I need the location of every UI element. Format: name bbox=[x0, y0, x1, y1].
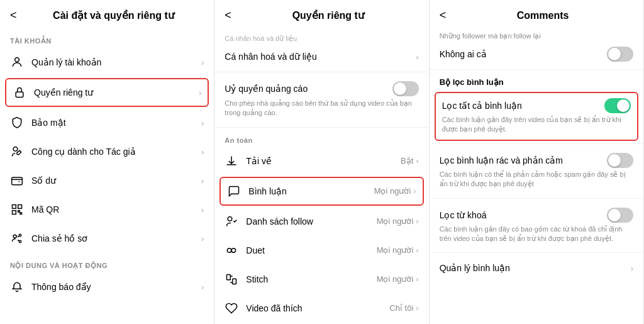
filter-all-toggle[interactable] bbox=[604, 98, 631, 113]
filter-spam-knob bbox=[608, 154, 621, 167]
menu-item-ma-qr[interactable]: Mã QR › bbox=[0, 195, 214, 224]
svg-point-2 bbox=[13, 147, 18, 152]
person-share-icon bbox=[10, 232, 24, 245]
duet-icon bbox=[225, 243, 238, 257]
section-tai-khoan: TÀI KHOẢN bbox=[0, 28, 214, 48]
section-noi-dung: NỘI DUNG VÀ HOẠT ĐỘNG bbox=[0, 253, 214, 272]
menu-label-tai-ve: Tải về bbox=[246, 156, 401, 166]
divider-3 bbox=[430, 69, 643, 70]
menu-item-bao-mat[interactable]: Bảo mật › bbox=[0, 108, 214, 137]
chevron-binh-luan: › bbox=[413, 186, 416, 196]
filter-keyword-row: Lọc từ khoá Các bình luận gần đây có bao… bbox=[430, 201, 643, 250]
svg-point-14 bbox=[231, 248, 236, 252]
filter-keyword-knob bbox=[608, 209, 621, 221]
menu-label-quyen-rieng-tu: Quyền riêng tư bbox=[34, 87, 199, 98]
menu-item-cong-cu[interactable]: Công cụ dành cho Tác giả › bbox=[0, 137, 214, 166]
menu-item-duet[interactable]: Duet Mọi người › bbox=[214, 236, 428, 265]
chevron-danh-sach: › bbox=[416, 216, 418, 226]
menu-item-chia-se[interactable]: Chia sẻ hồ sơ › bbox=[0, 224, 214, 253]
chevron-manage: › bbox=[631, 264, 633, 273]
divider-4 bbox=[430, 143, 643, 144]
menu-label-stitch: Stitch bbox=[246, 274, 376, 284]
menu-label-binh-luan: Bình luận bbox=[248, 186, 374, 196]
menu-item-video-thich[interactable]: Video đã thích Chỉ tôi › bbox=[214, 294, 428, 323]
menu-item-danh-sach[interactable]: Danh sách follow Mọi người › bbox=[214, 207, 428, 236]
no-one-toggle[interactable] bbox=[607, 47, 633, 62]
filter-keyword-header: Lọc từ khoá bbox=[440, 208, 633, 223]
menu-label-cong-cu: Công cụ dành cho Tác giả bbox=[31, 147, 201, 157]
ad-toggle[interactable] bbox=[392, 81, 419, 96]
tai-ve-value: Bật bbox=[401, 156, 413, 165]
no-one-toggle-knob bbox=[608, 48, 621, 60]
svg-point-0 bbox=[15, 58, 19, 62]
menu-item-manage-comments[interactable]: Quản lý bình luận › bbox=[430, 255, 643, 281]
menu-item-stitch[interactable]: Stitch Mọi người › bbox=[214, 265, 428, 294]
panel1-header: < Cài đặt và quyền riêng tư bbox=[0, 0, 214, 28]
svg-rect-1 bbox=[16, 92, 23, 97]
svg-rect-4 bbox=[13, 205, 16, 209]
menu-item-thong-bao[interactable]: Thông báo đẩy › bbox=[0, 272, 214, 301]
filter-all-desc: Các bình luận gần đây trên video của bạn… bbox=[442, 115, 631, 135]
svg-rect-6 bbox=[13, 211, 16, 215]
svg-rect-3 bbox=[12, 177, 23, 185]
panel2-header: < Quyền riêng tư bbox=[214, 0, 428, 28]
heart-icon bbox=[225, 301, 238, 315]
menu-label-chia-se: Chia sẻ hồ sơ bbox=[31, 233, 201, 243]
filter-keyword-desc: Các bình luận gần đây có bao gồm các từ … bbox=[440, 225, 633, 244]
chevron-stitch: › bbox=[416, 274, 418, 284]
binh-luan-value: Mọi người bbox=[374, 186, 411, 196]
filter-spam-toggle[interactable] bbox=[607, 153, 633, 168]
panel3-title: Comments bbox=[452, 10, 633, 21]
svg-rect-7 bbox=[18, 211, 20, 213]
menu-item-tai-ve[interactable]: Tải về Bật › bbox=[214, 147, 428, 176]
panel-settings: < Cài đặt và quyền riêng tư TÀI KHOẢN Qu… bbox=[0, 0, 214, 324]
panel2-back-button[interactable]: < bbox=[225, 9, 231, 22]
chevron-video-thich: › bbox=[416, 303, 418, 313]
divider-5 bbox=[430, 198, 643, 199]
safety-label: An toàn bbox=[214, 130, 428, 147]
menu-item-so-du[interactable]: Số dư › bbox=[0, 166, 214, 195]
filter-all-header: Lọc tất cả bình luận bbox=[442, 98, 631, 113]
menu-item-binh-luan[interactable]: Bình luận Mọi người › bbox=[219, 177, 423, 206]
no-one-label: Không ai cả bbox=[440, 49, 487, 59]
chevron-icon: › bbox=[201, 58, 204, 67]
panel1-back-button[interactable]: < bbox=[10, 9, 17, 22]
chevron-duet: › bbox=[416, 245, 418, 255]
svg-point-9 bbox=[13, 235, 16, 238]
stitch-icon bbox=[225, 272, 238, 286]
filter-spam-header: Lọc bình luận rác và phản cảm bbox=[440, 153, 633, 168]
panel-comments: < Comments Những follower mà bạn follow … bbox=[430, 0, 644, 324]
menu-item-quyen-rieng-tu[interactable]: Quyền riêng tư › bbox=[5, 78, 209, 107]
filter-all-label: Lọc tất cả bình luận bbox=[442, 101, 522, 111]
chevron-icon-6: › bbox=[201, 205, 204, 215]
divider-6 bbox=[430, 252, 643, 253]
menu-label-video-thich: Video đã thích bbox=[246, 303, 389, 313]
filter-all-row: Lọc tất cả bình luận Các bình luận gần đ… bbox=[435, 92, 638, 141]
panel-privacy: < Quyền riêng tư Cá nhân hoá và dữ liệu … bbox=[214, 0, 429, 324]
svg-point-13 bbox=[228, 248, 232, 252]
menu-label-quan-ly: Quản lý tài khoản bbox=[31, 57, 201, 67]
sub-section-label: Cá nhân hoá và dữ liệu bbox=[214, 28, 428, 44]
bell-icon bbox=[10, 280, 24, 294]
lock-icon bbox=[13, 86, 26, 99]
person-pen-icon bbox=[10, 145, 24, 159]
menu-label-bao-mat: Bảo mật bbox=[31, 118, 201, 128]
svg-point-12 bbox=[228, 216, 232, 221]
panel3-header: < Comments bbox=[430, 0, 643, 28]
menu-label-duet: Duet bbox=[246, 245, 376, 255]
panel3-back-button[interactable]: < bbox=[440, 9, 447, 22]
chevron-icon-7: › bbox=[201, 234, 204, 243]
menu-label-ma-qr: Mã QR bbox=[31, 204, 201, 215]
qr-icon bbox=[10, 203, 24, 216]
menu-label-ca-nhan-hoa: Cá nhân hoá và dữ liệu bbox=[225, 52, 416, 62]
chevron-icon-2: › bbox=[199, 88, 201, 98]
menu-item-quan-ly[interactable]: Quản lý tài khoản › bbox=[0, 48, 214, 77]
chevron-icon-ca-nhan: › bbox=[416, 52, 418, 62]
ad-label: Uỷ quyền quảng cáo bbox=[225, 84, 392, 94]
menu-item-ca-nhan-hoa[interactable]: Cá nhân hoá và dữ liệu › bbox=[214, 44, 428, 69]
download-icon bbox=[225, 154, 238, 168]
svg-rect-16 bbox=[233, 279, 236, 284]
chevron-icon-5: › bbox=[201, 176, 204, 186]
filter-keyword-label: Lọc từ khoá bbox=[440, 210, 487, 220]
filter-keyword-toggle[interactable] bbox=[607, 208, 633, 223]
